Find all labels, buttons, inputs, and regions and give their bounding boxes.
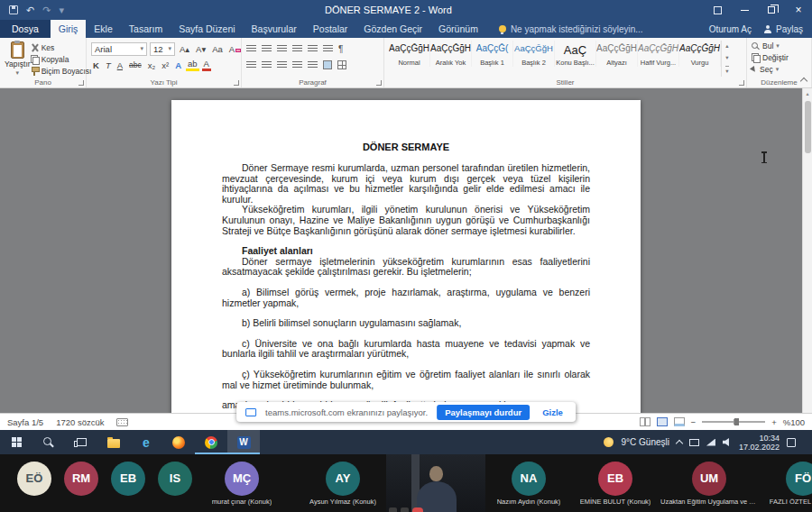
dialog-launcher-icon[interactable] <box>376 80 382 86</box>
read-mode-button[interactable] <box>640 417 651 426</box>
dialog-launcher-icon[interactable] <box>739 80 744 86</box>
network-tray-icon[interactable] <box>706 439 715 446</box>
style-card[interactable]: AaÇçĞğHı Aralık Yok <box>430 41 472 67</box>
paste-button[interactable]: Yapıştır ▾ <box>5 41 31 77</box>
align-left-button[interactable] <box>246 61 256 69</box>
italic-button[interactable]: T <box>104 60 113 70</box>
highlight-color-button[interactable]: ab <box>186 59 199 71</box>
ribbon-tab[interactable]: Gözden Geçir <box>355 20 430 38</box>
stop-sharing-button[interactable]: Paylaşmayı durdur <box>437 405 530 420</box>
zoom-slider-thumb[interactable] <box>734 418 739 425</box>
ribbon-tab[interactable]: Giriş <box>51 20 87 38</box>
weather-icon[interactable] <box>604 437 614 447</box>
volume-tray-icon[interactable] <box>723 438 732 446</box>
participant-tile[interactable]: IS <box>152 462 198 506</box>
action-center-icon[interactable] <box>787 438 796 447</box>
change-case-button[interactable]: Aa <box>210 44 225 54</box>
shrink-font-button[interactable]: A▾ <box>194 44 208 54</box>
display-tray-icon[interactable] <box>689 439 699 446</box>
decrease-indent-button[interactable] <box>292 45 302 53</box>
bullets-button[interactable] <box>246 45 256 53</box>
clear-formatting-button[interactable]: A <box>227 44 243 54</box>
font-name-select[interactable]: Arial▾ <box>91 42 147 56</box>
grow-font-button[interactable]: A▴ <box>178 44 191 54</box>
mic-icon[interactable] <box>389 507 397 512</box>
ribbon-tab[interactable]: Görünüm <box>430 20 486 38</box>
text-effects-button[interactable]: A <box>173 60 183 70</box>
participant-tile[interactable]: EB <box>105 462 152 506</box>
start-button[interactable] <box>0 430 32 454</box>
weather-text[interactable]: 9°C Güneşli <box>621 437 669 447</box>
restore-button[interactable] <box>758 0 785 20</box>
participant-tile[interactable]: RM <box>58 462 105 506</box>
zoom-in-button[interactable]: + <box>771 417 777 427</box>
ribbon-tab[interactable]: Başvurular <box>244 20 305 38</box>
bold-button[interactable]: K <box>91 60 101 70</box>
tell-me-box[interactable]: Ne yapmak istediğinizi söyleyin... <box>499 20 643 38</box>
scrollbar-thumb[interactable] <box>805 101 811 153</box>
style-card[interactable]: AaÇçĞğH Altyazı <box>596 41 638 67</box>
shading-button[interactable] <box>323 60 332 69</box>
participant-tile[interactable]: AY Aysun Yılmaz (Konuk) <box>300 462 386 506</box>
vertical-scrollbar[interactable]: ▴ <box>802 88 812 413</box>
zoom-level[interactable]: %100 <box>783 417 805 427</box>
redo-icon[interactable]: ↷ <box>42 5 51 16</box>
copy-button[interactable]: Kopyala <box>31 54 92 65</box>
style-card[interactable]: AaÇçĞğH Hafif Vurg... <box>638 41 679 67</box>
format-painter-button[interactable]: Biçim Boyacısı <box>31 66 92 77</box>
select-button[interactable]: Seç▾ <box>752 64 779 75</box>
zoom-slider[interactable] <box>702 421 765 423</box>
ribbon-tab[interactable]: Tasarım <box>121 20 171 38</box>
undo-icon[interactable]: ↶ <box>26 5 34 16</box>
camera-icon[interactable] <box>401 507 409 512</box>
participant-video-tile[interactable] <box>386 454 485 512</box>
hangup-icon[interactable] <box>412 507 423 512</box>
taskbar-clock[interactable]: 10:34 17.02.2022 <box>739 434 780 452</box>
firefox-button[interactable] <box>162 430 195 454</box>
tray-chevron-up-icon[interactable] <box>676 440 683 447</box>
increase-indent-button[interactable] <box>308 45 318 53</box>
ribbon-tab[interactable]: Ekle <box>86 20 120 38</box>
sign-in-button[interactable]: Oturum Aç <box>709 24 752 34</box>
style-card[interactable]: AaÇçĞğHı Normal <box>389 41 430 67</box>
align-center-button[interactable] <box>262 61 272 69</box>
participant-tile[interactable]: EÖ <box>11 462 58 506</box>
participant-tile[interactable]: MÇ murat çınar (Konuk) <box>198 462 285 506</box>
taskbar-search-button[interactable] <box>32 430 65 454</box>
strikethrough-button[interactable]: abc <box>127 60 143 69</box>
word-count[interactable]: 1720 sözcük <box>56 417 104 427</box>
participant-tile[interactable]: UM Uzaktan Eğitim Uygulama ve Araştır... <box>659 462 760 506</box>
gallery-more-icon[interactable]: ▾ <box>725 66 728 75</box>
superscript-button[interactable]: x² <box>160 60 171 70</box>
underline-button[interactable]: A <box>115 60 125 70</box>
dialog-launcher-icon[interactable] <box>234 80 239 86</box>
zoom-out-button[interactable]: − <box>691 417 697 427</box>
qat-dropdown-icon[interactable]: ▾ <box>59 5 64 16</box>
word-taskbar-button[interactable]: W <box>227 430 260 454</box>
align-right-button[interactable] <box>277 61 287 69</box>
numbering-button[interactable] <box>262 45 272 53</box>
edge-button[interactable]: e <box>130 430 162 454</box>
justify-button[interactable] <box>292 61 302 69</box>
document-page[interactable]: DÖNER SERMAYE Döner Sermaye resmi kuruml… <box>171 100 641 413</box>
close-button[interactable]: × <box>785 0 812 20</box>
borders-button[interactable] <box>337 60 346 69</box>
ribbon-display-options-button[interactable] <box>704 0 731 20</box>
scroll-up-icon[interactable]: ▴ <box>803 88 812 96</box>
ribbon-tab[interactable]: Postalar <box>305 20 356 38</box>
multilevel-list-button[interactable] <box>277 45 287 53</box>
replace-button[interactable]: Değiştir <box>752 52 789 63</box>
style-card[interactable]: AaÇ Konu Başlı... <box>555 41 596 67</box>
task-view-button[interactable] <box>65 430 97 454</box>
gallery-down-icon[interactable]: ▾ <box>725 54 728 61</box>
save-icon[interactable] <box>9 5 18 14</box>
chrome-button[interactable] <box>195 430 227 454</box>
line-spacing-button[interactable] <box>308 61 318 69</box>
subscript-button[interactable]: x₂ <box>146 60 157 70</box>
style-card[interactable]: AaÇçĞğH Başlık 2 <box>513 41 555 67</box>
web-layout-button[interactable] <box>674 417 685 426</box>
participant-tile[interactable]: NA Nazım Aydın (Konuk) <box>485 462 572 506</box>
hide-button[interactable]: Gizle <box>539 405 567 420</box>
meeting-controls[interactable] <box>389 507 423 512</box>
find-button[interactable]: Bul▾ <box>752 41 780 51</box>
